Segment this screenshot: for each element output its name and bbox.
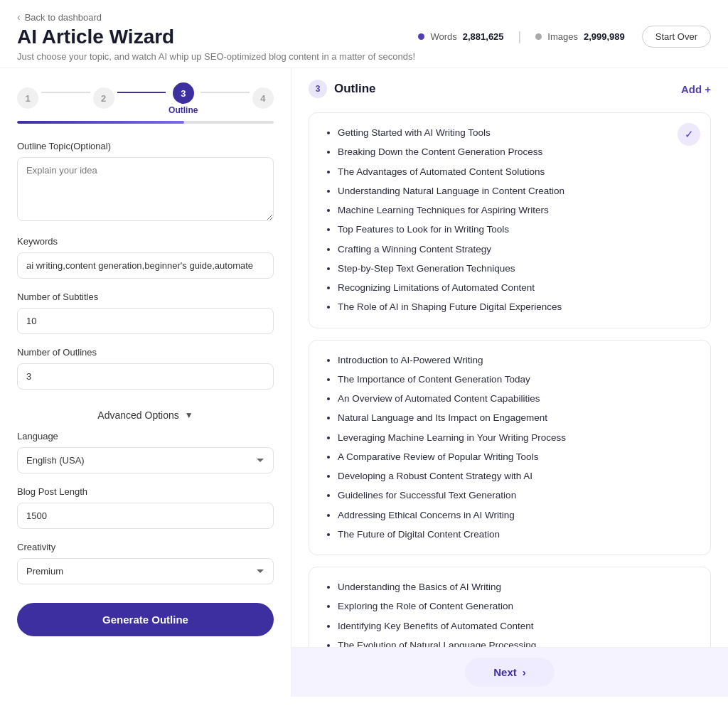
list-item: Top Features to Look for in Writing Tool… [338,223,696,237]
list-item: Natural Language and Its Impact on Engag… [338,411,696,425]
advanced-options-toggle[interactable]: Advanced Options ▼ [17,402,274,428]
list-item: Leveraging Machine Learning in Your Writ… [338,431,696,445]
outline-title: Outline [334,82,376,96]
app-container: ‹ Back to dashboard AI Article Wizard Ju… [0,0,728,697]
advanced-options-label: Advanced Options [97,410,178,421]
back-link[interactable]: ‹ Back to dashboard [17,11,415,23]
step-4-circle: 4 [252,87,274,109]
step-line-1 [41,92,90,93]
subtitles-label: Number of Subtitles [17,291,274,302]
progress-bar-container [17,121,274,124]
list-item: The Advantages of Automated Content Solu… [338,165,696,179]
words-dot [418,33,424,40]
topic-label: Outline Topic(Optional) [17,141,274,151]
header: ‹ Back to dashboard AI Article Wizard Ju… [0,0,728,68]
step-line-2 [117,92,166,93]
keywords-label: Keywords [17,236,274,247]
outline-list-1: Getting Started with AI Writing Tools Br… [323,126,696,315]
step-3: 3 Outline [168,82,198,115]
language-label: Language [17,431,274,441]
header-left: ‹ Back to dashboard AI Article Wizard Ju… [17,11,415,62]
main-content: 1 2 3 Outline 4 [0,68,728,697]
check-badge: ✓ [678,123,700,146]
blog-length-label: Blog Post Length [17,486,274,497]
right-panel: 3 Outline Add + Getting Started with AI … [291,68,728,647]
list-item: The Importance of Content Generation Tod… [338,373,696,387]
start-over-button[interactable]: Start Over [642,26,711,48]
step-1: 1 [17,87,38,110]
list-item: The Future of Digital Content Creation [338,528,696,542]
right-wrapper: 3 Outline Add + Getting Started with AI … [291,68,728,697]
next-button[interactable]: Next › [465,658,555,687]
words-value: 2,881,625 [463,31,504,42]
list-item: Introduction to AI-Powered Writing [338,353,696,368]
back-arrow-icon: ‹ [17,11,21,23]
words-label: Words [430,31,456,42]
outlines-section: Number of Outlines [17,347,274,390]
list-item: Getting Started with AI Writing Tools [338,126,696,140]
list-item: Identifying Key Benefits of Automated Co… [338,619,696,633]
step-4: 4 [252,87,274,110]
images-label: Images [547,31,578,42]
creativity-section: Creativity Premium Standard Creative [17,542,274,584]
list-item: Understanding the Basics of AI Writing [338,580,696,594]
outline-group-1: Getting Started with AI Writing Tools Br… [309,112,711,328]
outlines-label: Number of Outlines [17,347,274,358]
subtitles-input[interactable] [17,308,274,334]
step-line-3 [200,92,250,93]
images-dot [535,33,542,40]
generate-outline-button[interactable]: Generate Outline [17,603,274,636]
list-item: Exploring the Role of Content Generation [338,599,696,614]
images-stat: Images 2,999,989 [535,31,624,42]
list-item: Crafting a Winning Content Strategy [338,242,696,257]
subtitles-section: Number of Subtitles [17,291,274,334]
blog-length-section: Blog Post Length [17,486,274,529]
outline-group-3: Understanding the Basics of AI Writing E… [309,567,711,647]
creativity-select[interactable]: Premium Standard Creative [17,558,274,584]
keywords-input[interactable] [17,252,274,279]
language-select[interactable]: English (USA) English (UK) Spanish Frenc… [17,447,274,473]
add-button[interactable]: Add + [681,83,711,95]
outline-step-badge: 3 [309,80,327,98]
images-value: 2,999,989 [584,31,625,42]
next-label: Next [493,666,517,678]
outline-header-left: 3 Outline [309,80,376,98]
left-panel: 1 2 3 Outline 4 [0,68,291,697]
list-item: The Role of AI in Shaping Future Digital… [338,300,696,314]
back-label: Back to dashboard [25,12,102,23]
list-item: A Comparative Review of Popular Writing … [338,450,696,464]
header-right: Words 2,881,625 | Images 2,999,989 Start… [418,26,711,48]
outline-group-2: Introduction to AI-Powered Writing The I… [309,340,711,556]
outline-list-3: Understanding the Basics of AI Writing E… [323,580,696,647]
next-chevron-icon: › [523,666,526,678]
keywords-section: Keywords [17,236,274,279]
list-item: Step-by-Step Text Generation Techniques [338,262,696,276]
list-item: Machine Learning Techniques for Aspiring… [338,203,696,218]
topic-input[interactable] [17,157,274,221]
stats-area: Words 2,881,625 | Images 2,999,989 [418,29,624,44]
step-3-circle: 3 [173,82,194,104]
list-item: Breaking Down the Content Generation Pro… [338,145,696,159]
step-2: 2 [93,87,114,110]
progress-bar-fill [17,121,184,124]
step-3-label: Outline [168,105,198,115]
list-item: Developing a Robust Content Strategy wit… [338,469,696,483]
chevron-down-icon: ▼ [185,410,193,420]
list-item: Guidelines for Successful Text Generatio… [338,488,696,503]
blog-length-input[interactable] [17,503,274,529]
list-item: Recognizing Limitations of Automated Con… [338,281,696,295]
list-item: Understanding Natural Language in Conten… [338,184,696,198]
stat-divider: | [518,29,522,44]
step-2-circle: 2 [93,87,114,109]
topic-section: Outline Topic(Optional) [17,141,274,223]
outlines-input[interactable] [17,363,274,390]
step-1-circle: 1 [17,87,38,109]
list-item: An Overview of Automated Content Capabil… [338,392,696,406]
list-item: Addressing Ethical Concerns in AI Writin… [338,508,696,523]
next-btn-container: Next › [291,647,728,697]
page-title: AI Article Wizard [17,26,415,48]
outline-list-2: Introduction to AI-Powered Writing The I… [323,353,696,542]
outline-header: 3 Outline Add + [309,80,711,98]
steps-bar: 1 2 3 Outline 4 [17,82,274,115]
creativity-label: Creativity [17,542,274,552]
